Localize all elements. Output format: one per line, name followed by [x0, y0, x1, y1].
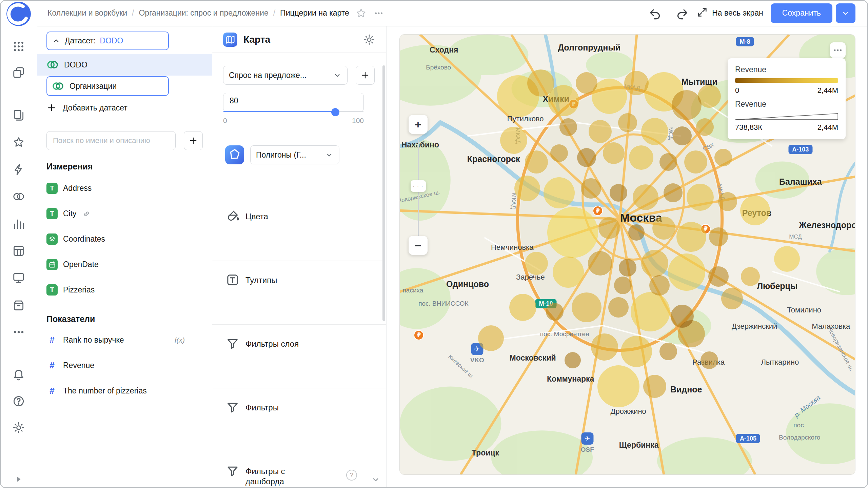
- datalens-logo[interactable]: [5, 1, 32, 28]
- geotype-select[interactable]: Полигоны (Г...: [250, 145, 339, 164]
- help-icon[interactable]: [11, 394, 26, 409]
- apps-grid-icon[interactable]: [11, 39, 26, 54]
- section-colors[interactable]: Цвета: [212, 197, 386, 261]
- field-revenue[interactable]: # Revenue: [37, 353, 212, 378]
- revenue-bubble[interactable]: [641, 118, 668, 145]
- more-icon[interactable]: [11, 325, 26, 340]
- field-rank[interactable]: # Rank по выручке f(x): [37, 327, 212, 353]
- revenue-bubble[interactable]: [684, 150, 707, 174]
- revenue-bubble[interactable]: [581, 178, 601, 199]
- redo-icon[interactable]: [675, 6, 689, 20]
- config-scrollbar[interactable]: [382, 65, 385, 321]
- revenue-bubble[interactable]: [673, 126, 692, 145]
- dataset-item-dodo[interactable]: DODO: [37, 54, 212, 76]
- collections-icon[interactable]: [11, 65, 26, 80]
- section-filters[interactable]: Фильтры: [212, 388, 386, 452]
- notifications-bell-icon[interactable]: [11, 367, 26, 382]
- revenue-bubble[interactable]: [619, 259, 636, 277]
- dataset-selector[interactable]: Датасет: DODO: [46, 32, 169, 50]
- revenue-bubble[interactable]: [546, 303, 564, 321]
- revenue-bubble[interactable]: [659, 343, 677, 360]
- quick-actions-lightning-icon[interactable]: [11, 162, 26, 177]
- storage-box-icon[interactable]: [11, 298, 26, 312]
- charts-icon[interactable]: [11, 216, 26, 231]
- revenue-bubble[interactable]: [678, 320, 705, 347]
- revenue-bubble[interactable]: [592, 79, 627, 114]
- revenue-bubble[interactable]: [614, 277, 632, 294]
- revenue-bubble[interactable]: [500, 127, 527, 154]
- revenue-bubble[interactable]: [714, 149, 732, 166]
- field-number-of-pizzerias[interactable]: # The number of pizzerias: [37, 378, 212, 404]
- revenue-bubble[interactable]: [687, 184, 714, 211]
- revenue-bubble[interactable]: [608, 297, 629, 318]
- revenue-bubble[interactable]: [718, 192, 737, 211]
- datasets-icon[interactable]: [11, 189, 26, 204]
- field-search-input[interactable]: [46, 131, 176, 150]
- dataset-item-organizations[interactable]: Организации: [46, 76, 169, 96]
- add-field-button[interactable]: [184, 131, 203, 150]
- revenue-bubble[interactable]: [509, 294, 536, 321]
- revenue-bubble[interactable]: [547, 207, 598, 258]
- revenue-bubble[interactable]: [544, 177, 575, 208]
- section-help-icon[interactable]: ?: [346, 470, 357, 481]
- save-options-caret-button[interactable]: [836, 3, 855, 23]
- field-address[interactable]: T Address: [37, 176, 212, 201]
- revenue-bubble[interactable]: [741, 267, 760, 286]
- zoom-out-button[interactable]: −: [409, 236, 428, 255]
- revenue-bubble[interactable]: [621, 336, 652, 367]
- field-coordinates[interactable]: Coordinates: [37, 226, 212, 252]
- revenue-bubble[interactable]: [591, 333, 618, 361]
- editor-table-icon[interactable]: [11, 243, 26, 258]
- save-button[interactable]: Сохранить: [771, 3, 832, 23]
- favorite-star-icon[interactable]: [355, 7, 367, 19]
- revenue-bubble[interactable]: [633, 184, 658, 210]
- revenue-bubble[interactable]: [628, 224, 645, 241]
- revenue-bubble[interactable]: [597, 365, 639, 407]
- fullscreen-button[interactable]: На весь экран: [696, 6, 763, 20]
- add-dataset-button[interactable]: Добавить датасет: [46, 99, 212, 116]
- revenue-bubble[interactable]: [672, 90, 702, 120]
- section-dashboard-filters[interactable]: Фильтры с дашборда ?: [212, 452, 386, 488]
- revenue-bubble[interactable]: [577, 148, 596, 167]
- revenue-bubble[interactable]: [572, 292, 601, 322]
- zoom-in-button[interactable]: +: [409, 115, 428, 134]
- revenue-bubble[interactable]: [589, 120, 612, 143]
- field-city[interactable]: T City: [37, 201, 212, 226]
- revenue-bubble[interactable]: [696, 118, 714, 136]
- revenue-bubble[interactable]: [548, 85, 579, 116]
- revenue-bubble[interactable]: [618, 113, 637, 132]
- settings-gear-icon[interactable]: [11, 420, 26, 435]
- opacity-slider-thumb[interactable]: [331, 108, 339, 116]
- favorites-star-icon[interactable]: [11, 135, 26, 150]
- revenue-bubble[interactable]: [643, 375, 666, 398]
- revenue-bubble[interactable]: [676, 222, 706, 252]
- revenue-bubble[interactable]: [652, 217, 675, 240]
- section-tooltips[interactable]: Тултипы: [212, 261, 386, 324]
- revenue-bubble[interactable]: [708, 266, 729, 287]
- revenue-bubble[interactable]: [525, 150, 548, 174]
- add-layer-button[interactable]: [356, 66, 375, 85]
- revenue-bubble[interactable]: [565, 352, 581, 368]
- revenue-bubble[interactable]: [659, 153, 677, 171]
- map-more-button[interactable]: [830, 42, 846, 58]
- revenue-bubble[interactable]: [550, 144, 568, 162]
- scroll-down-chevron-icon[interactable]: [371, 474, 381, 485]
- dashboards-monitor-icon[interactable]: [11, 270, 26, 285]
- revenue-bubble[interactable]: [641, 250, 668, 277]
- revenue-bubble[interactable]: [721, 288, 743, 309]
- revenue-bubble[interactable]: [740, 196, 770, 225]
- revenue-bubble[interactable]: [588, 251, 612, 276]
- layer-select[interactable]: Спрос на предложе...: [223, 66, 348, 85]
- revenue-bubble[interactable]: [514, 176, 540, 201]
- field-opendate[interactable]: OpenDate: [37, 252, 212, 277]
- collapse-arrow-icon[interactable]: [11, 472, 26, 487]
- revenue-bubble[interactable]: [668, 253, 705, 291]
- breadcrumb-workbook[interactable]: Организации: спрос и предложение: [139, 8, 268, 18]
- undo-icon[interactable]: [648, 6, 662, 20]
- chart-settings-gear-icon[interactable]: [363, 34, 375, 46]
- revenue-bubble[interactable]: [709, 227, 728, 246]
- revenue-bubble[interactable]: [698, 85, 721, 108]
- revenue-bubble[interactable]: [610, 184, 627, 202]
- revenue-bubble[interactable]: [701, 351, 718, 369]
- revenue-bubble[interactable]: [774, 246, 800, 272]
